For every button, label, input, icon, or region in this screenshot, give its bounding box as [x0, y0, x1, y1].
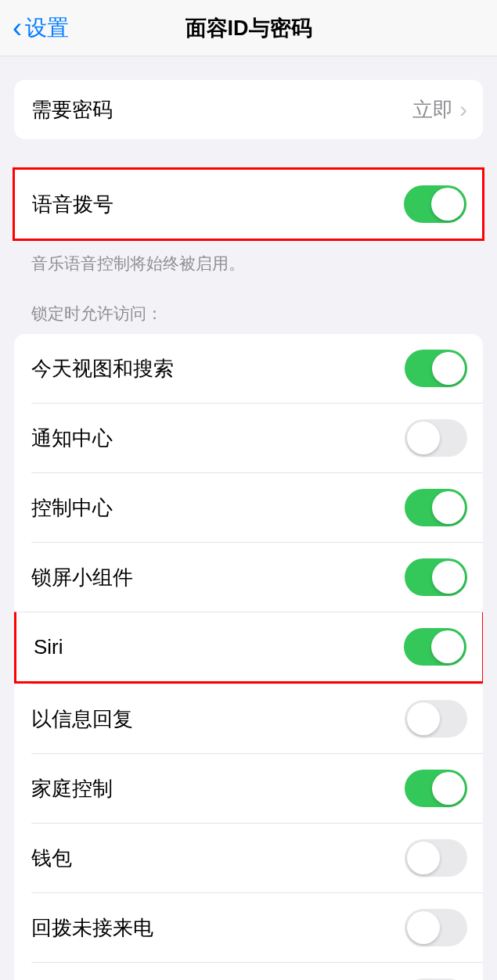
lock-access-group: 今天视图和搜索 通知中心 控制中心 锁屏小组件 Siri 以信息回复 — [14, 334, 483, 980]
siri-label: Siri — [34, 635, 63, 659]
notification-center-label: 通知中心 — [31, 425, 113, 452]
toggle-knob — [432, 491, 465, 524]
reply-messages-label: 以信息回复 — [31, 705, 133, 733]
voice-dial-highlight: 语音拨号 — [13, 167, 484, 241]
wallet-row: 钱包 — [31, 823, 483, 892]
back-button[interactable]: ‹ 设置 — [13, 13, 69, 43]
return-missed-calls-row: 回拨未接来电 — [31, 892, 483, 962]
siri-row: Siri — [14, 612, 483, 684]
require-passcode-value: 立即 — [412, 96, 453, 124]
toggle-knob — [432, 352, 465, 385]
chevron-right-icon: › — [459, 96, 467, 123]
home-control-label: 家庭控制 — [31, 775, 113, 802]
today-view-row: 今天视图和搜索 — [14, 334, 483, 403]
toggle-knob — [432, 561, 465, 594]
siri-toggle[interactable] — [404, 628, 466, 666]
home-control-row: 家庭控制 — [31, 753, 483, 823]
home-control-toggle[interactable] — [405, 770, 467, 807]
chevron-left-icon: ‹ — [13, 14, 22, 42]
lock-widget-row: 锁屏小组件 — [31, 542, 483, 612]
return-missed-calls-toggle[interactable] — [405, 909, 467, 946]
wallet-toggle[interactable] — [405, 839, 467, 877]
control-center-row: 控制中心 — [31, 472, 483, 542]
toggle-knob — [431, 188, 464, 221]
toggle-knob — [407, 911, 440, 944]
notification-center-toggle[interactable] — [405, 419, 467, 457]
control-center-label: 控制中心 — [31, 494, 113, 522]
reply-messages-toggle[interactable] — [405, 700, 467, 738]
reply-messages-row: 以信息回复 — [31, 684, 483, 753]
voice-dial-footer: 音乐语音控制将始终被启用。 — [14, 241, 483, 275]
usb-accessories-row: USB配件 — [31, 962, 483, 980]
back-label: 设置 — [25, 13, 69, 43]
voice-dial-label: 语音拨号 — [32, 191, 113, 218]
notification-center-row: 通知中心 — [31, 403, 483, 472]
toggle-knob — [431, 630, 464, 663]
navigation-header: ‹ 设置 面容ID与密码 — [0, 0, 497, 56]
lock-widget-toggle[interactable] — [405, 558, 467, 596]
toggle-knob — [407, 422, 440, 454]
voice-dial-row: 语音拨号 — [15, 170, 482, 239]
today-view-label: 今天视图和搜索 — [31, 355, 174, 382]
require-passcode-label: 需要密码 — [31, 96, 113, 124]
toggle-knob — [432, 772, 465, 805]
toggle-knob — [407, 702, 440, 735]
page-title: 面容ID与密码 — [0, 14, 497, 42]
require-passcode-row[interactable]: 需要密码 立即 › — [14, 80, 483, 139]
control-center-toggle[interactable] — [405, 489, 467, 526]
wallet-label: 钱包 — [31, 845, 72, 872]
toggle-knob — [407, 842, 440, 874]
return-missed-calls-label: 回拨未接来电 — [31, 914, 153, 942]
today-view-toggle[interactable] — [405, 350, 467, 387]
lock-widget-label: 锁屏小组件 — [31, 564, 133, 591]
lock-access-header: 锁定时允许访问： — [14, 303, 483, 334]
voice-dial-toggle[interactable] — [404, 185, 466, 223]
